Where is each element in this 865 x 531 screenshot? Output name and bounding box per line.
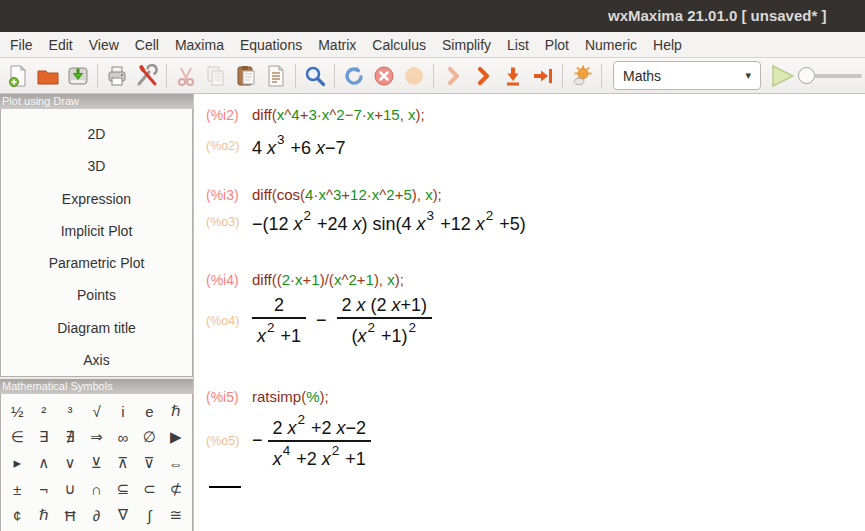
configure-icon[interactable] bbox=[132, 61, 162, 91]
maths-dropdown[interactable]: Maths ▾ bbox=[613, 61, 761, 90]
symbol-button[interactable]: ∧ bbox=[38, 454, 49, 472]
symbol-button[interactable]: ½ bbox=[11, 403, 24, 420]
chevron-down-icon: ▾ bbox=[745, 69, 751, 82]
draw-icon[interactable] bbox=[567, 61, 597, 91]
open-icon[interactable] bbox=[33, 61, 63, 91]
symbol-button[interactable]: ℏ bbox=[171, 402, 181, 420]
symbol-button[interactable]: ∫ bbox=[147, 507, 151, 524]
cell-output: (%o4)2x2 +1 − 2 x (2 x+1)(x2 +1)2 bbox=[206, 295, 865, 347]
symbol-button[interactable]: ¬ bbox=[39, 481, 48, 498]
symbol-button[interactable]: ∄ bbox=[65, 428, 74, 446]
symbol-button[interactable]: Ħ bbox=[65, 507, 76, 524]
menu-plot[interactable]: Plot bbox=[537, 37, 577, 53]
wxmaxima-window: wxMaxima 21.01.0 [ unsaved* ] FileEditVi… bbox=[0, 0, 865, 531]
follow-icon[interactable] bbox=[399, 61, 429, 91]
evaluate-cell-icon[interactable] bbox=[468, 61, 498, 91]
menu-file[interactable]: File bbox=[2, 37, 41, 53]
symbol-button[interactable]: ∃ bbox=[39, 428, 48, 446]
menu-numeric[interactable]: Numeric bbox=[577, 37, 645, 53]
draw-button-points[interactable]: Points bbox=[7, 282, 186, 308]
cell-input[interactable]: (%i3)diff(cos(4·x^3+12·x^2+5), x); bbox=[206, 186, 865, 203]
menu-maxima[interactable]: Maxima bbox=[167, 37, 232, 53]
animation-slider[interactable] bbox=[798, 67, 862, 84]
symbol-button[interactable]: ⊂ bbox=[143, 480, 156, 498]
output-label: (%o2) bbox=[206, 139, 252, 153]
input-code[interactable]: ratsimp(%); bbox=[252, 388, 329, 405]
symbol-button[interactable]: ⊻ bbox=[91, 454, 102, 472]
slider-track[interactable] bbox=[814, 74, 862, 78]
symbol-button[interactable]: ⊄ bbox=[169, 480, 182, 498]
symbol-button[interactable]: ▶ bbox=[170, 428, 182, 446]
symbol-button[interactable]: ⊼ bbox=[117, 454, 128, 472]
draw-pane-caption[interactable]: Plot using Draw bbox=[0, 94, 193, 109]
copy-icon[interactable] bbox=[201, 61, 231, 91]
menu-calculus[interactable]: Calculus bbox=[364, 37, 434, 53]
select-cell-icon[interactable] bbox=[261, 61, 291, 91]
main-area: Plot using Draw 2D3DExpressionImplicit P… bbox=[0, 94, 865, 531]
symbol-button[interactable]: ± bbox=[13, 481, 21, 498]
input-code[interactable]: diff(cos(4·x^3+12·x^2+5), x); bbox=[252, 186, 442, 203]
cell-input[interactable]: (%i4)diff((2·x+1)/(x^2+1), x); bbox=[206, 271, 865, 288]
symbol-button[interactable]: ∇ bbox=[118, 506, 128, 524]
symbol-button[interactable]: ∈ bbox=[11, 428, 24, 446]
output-expression: 4 x3 +6 x−7 bbox=[252, 132, 346, 159]
symbol-button[interactable]: i bbox=[121, 403, 124, 420]
menu-cell[interactable]: Cell bbox=[127, 37, 167, 53]
find-icon[interactable] bbox=[300, 61, 330, 91]
title-bar[interactable]: wxMaxima 21.01.0 [ unsaved* ] bbox=[0, 0, 865, 32]
symbol-button[interactable]: ∂ bbox=[93, 507, 100, 524]
symbol-button[interactable]: ³ bbox=[68, 403, 73, 420]
evaluate-all-icon[interactable] bbox=[498, 61, 528, 91]
symbol-button[interactable]: ∅ bbox=[143, 428, 156, 446]
interrupt-icon[interactable] bbox=[369, 61, 399, 91]
worksheet[interactable]: (%i2)diff(x^4+3·x^2−7·x+15, x);(%o2)4 x3… bbox=[193, 94, 865, 531]
symbol-button[interactable]: ⊆ bbox=[117, 480, 130, 498]
symbol-button[interactable]: ∨ bbox=[65, 454, 76, 472]
symbol-button[interactable]: ² bbox=[41, 403, 46, 420]
menu-edit[interactable]: Edit bbox=[41, 37, 81, 53]
symbol-button[interactable]: ∩ bbox=[91, 481, 102, 498]
menu-matrix[interactable]: Matrix bbox=[310, 37, 364, 53]
draw-pane: 2D3DExpressionImplicit PlotParametric Pl… bbox=[0, 109, 193, 377]
save-icon[interactable] bbox=[63, 61, 93, 91]
draw-button-parametric-plot[interactable]: Parametric Plot bbox=[7, 250, 186, 276]
menu-view[interactable]: View bbox=[81, 37, 127, 53]
play-icon[interactable] bbox=[768, 61, 798, 91]
symbol-button[interactable]: ▸ bbox=[13, 454, 21, 472]
restart-icon[interactable] bbox=[339, 61, 369, 91]
symbols-pane-caption[interactable]: Mathematical Symbols bbox=[0, 379, 193, 394]
output-label: (%o5) bbox=[206, 434, 252, 448]
symbol-button[interactable]: ℏ bbox=[39, 506, 49, 524]
menu-equations[interactable]: Equations bbox=[232, 37, 310, 53]
menu-list[interactable]: List bbox=[499, 37, 537, 53]
slider-knob-icon[interactable] bbox=[798, 67, 815, 84]
input-code[interactable]: diff((2·x+1)/(x^2+1), x); bbox=[252, 271, 404, 288]
symbol-button[interactable]: ≅ bbox=[169, 506, 182, 524]
symbol-button[interactable]: e bbox=[145, 403, 153, 420]
print-icon[interactable] bbox=[102, 61, 132, 91]
input-code[interactable]: diff(x^4+3·x^2−7·x+15, x); bbox=[252, 106, 425, 123]
new-document-icon[interactable] bbox=[3, 61, 33, 91]
symbol-button[interactable]: ¢ bbox=[13, 507, 21, 524]
menu-simplify[interactable]: Simplify bbox=[434, 37, 499, 53]
cell-input[interactable]: (%i2)diff(x^4+3·x^2−7·x+15, x); bbox=[206, 106, 865, 123]
symbol-button[interactable]: ⇒ bbox=[90, 428, 103, 446]
symbol-button[interactable]: ∪ bbox=[65, 480, 76, 498]
draw-button-axis[interactable]: Axis bbox=[7, 347, 186, 373]
evaluate-to-point-icon[interactable] bbox=[528, 61, 558, 91]
draw-button-diagram-title[interactable]: Diagram title bbox=[7, 315, 186, 341]
toolbar-separator bbox=[433, 64, 434, 88]
menu-help[interactable]: Help bbox=[645, 37, 690, 53]
cut-icon[interactable] bbox=[171, 61, 201, 91]
symbol-button[interactable]: √ bbox=[92, 403, 100, 420]
draw-button-3d[interactable]: 3D bbox=[7, 153, 186, 179]
draw-button-expression[interactable]: Expression bbox=[7, 186, 186, 212]
evaluate-rest-icon[interactable] bbox=[438, 61, 468, 91]
draw-button-implicit-plot[interactable]: Implicit Plot bbox=[7, 218, 186, 244]
symbol-button[interactable]: ⊽ bbox=[144, 454, 155, 472]
paste-icon[interactable] bbox=[231, 61, 261, 91]
symbol-button[interactable]: ∞ bbox=[118, 429, 129, 446]
cell-input[interactable]: (%i5)ratsimp(%); bbox=[206, 388, 865, 405]
symbol-button[interactable]: ⇔ bbox=[168, 455, 183, 472]
draw-button-2d[interactable]: 2D bbox=[7, 121, 186, 147]
